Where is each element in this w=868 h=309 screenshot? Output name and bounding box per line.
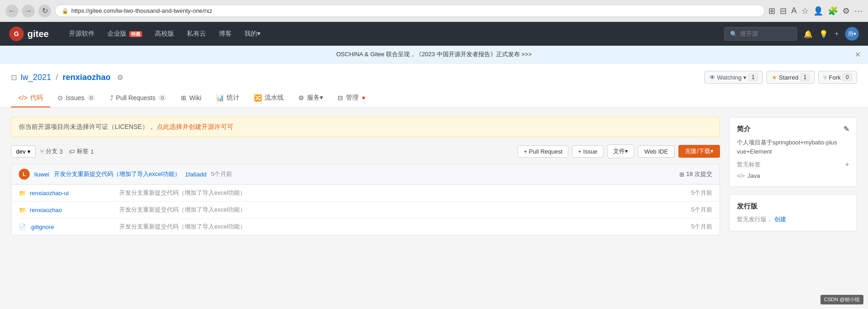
file-time-1: 5个月前 [676,206,712,214]
pull-request-button[interactable]: + Pull Request [518,145,568,158]
star-icon: ★ [772,74,777,81]
tab-icon[interactable]: ⊞ [768,6,775,16]
add-tag-button[interactable]: + [845,160,849,169]
tab-pipeline-label: 流水线 [265,94,284,102]
search-box[interactable]: 🔍 搜开源 [724,27,797,41]
profile-icon[interactable]: 👤 [813,6,823,16]
font-icon[interactable]: A [791,6,797,16]
commit-row: L liuwei 开发分支重新提交代码（增加了导入excel功能） 1fa6ad… [11,164,720,185]
tab-code[interactable]: </> 代码 [11,89,50,107]
intro-desc: 个人项目基于springboot+mybatis-plus vue+Elemen… [737,138,849,156]
forward-button[interactable]: → [22,5,35,17]
license-link[interactable]: 点此选择并创建开源许可可 [157,123,233,130]
tag-count-item: 🏷 标签 1 [69,147,94,155]
sidebar: 简介 ✎ 个人项目基于springboot+mybatis-plus vue+E… [729,117,857,239]
file-row: 📄 .gitignore 开发分支重新提交代码（增加了导入excel功能） 5个… [11,218,720,235]
tab-service[interactable]: ⚙ 服务▾ [291,89,330,107]
wiki-icon: ⊞ [181,94,186,101]
file-button[interactable]: 文件▾ [607,144,634,158]
clone-button[interactable]: 克隆/下载▾ [678,145,720,158]
tag-label: 标签 [77,147,89,155]
url-text: https://gitee.com/lw-two-thousand-and-tw… [71,7,212,14]
repo-settings-icon[interactable]: ⚙ [117,73,123,82]
release-title: 发行版 [737,202,849,211]
repo-header: ⊡ lw_2021 / renxiaozhao ⚙ 👁 Watching ▾ 1… [0,64,868,108]
folder-icon-0: 📁 [19,190,26,197]
branch-count-item: ⑂ 分支 3 [40,147,63,155]
nav-open-source[interactable]: 开源软件 [64,27,100,41]
bell-icon[interactable]: 🔔 [804,30,813,38]
file-name-2[interactable]: .gitignore [30,224,112,230]
settings-icon[interactable]: ⚙ [842,6,850,16]
repo-tabs: </> 代码 ⊙ Issues 0 ⤴ Pull Requests 0 ⊞ Wi… [11,89,857,107]
branch-num: 3 [59,148,63,155]
commit-count[interactable]: ⊞ 18 次提交 [679,170,712,178]
tab-wiki[interactable]: ⊞ Wiki [174,90,208,107]
watching-button[interactable]: 👁 Watching ▾ 1 [704,71,763,84]
repo-title: ⊡ lw_2021 / renxiaozhao ⚙ [11,73,123,82]
branch-select[interactable]: dev ▾ [11,145,36,158]
tab-manage[interactable]: ⊟ 管理 [330,89,372,107]
star-button[interactable]: ★ Starred 1 [767,71,815,84]
branch-dropdown-icon: ▾ [27,148,31,155]
no-tag-text: 暂无标签 [737,160,761,169]
star-icon[interactable]: ☆ [801,6,809,16]
commit-message: 开发分支重新提交代码（增加了导入excel功能） [54,170,180,178]
plus-icon[interactable]: + [835,30,839,38]
nav-links: 开源软件 企业版 特惠 高校版 私有云 博客 我的▾ [64,27,266,41]
file-name-1[interactable]: renxiaozhao [30,207,112,213]
top-nav: G gitee 开源软件 企业版 特惠 高校版 私有云 博客 我的▾ 🔍 搜开源… [0,22,868,46]
file-row: 📁 renxiaozhao 开发分支重新提交代码（增加了导入excel功能） 5… [11,202,720,218]
tab-pipeline[interactable]: 🔀 流水线 [247,89,291,107]
address-bar[interactable]: 🔒 https://gitee.com/lw-two-thousand-and-… [55,5,765,17]
back-button[interactable]: ← [5,5,18,17]
more-icon[interactable]: ⋯ [854,6,863,16]
browser-chrome: ← → ↻ 🔒 https://gitee.com/lw-two-thousan… [0,0,868,22]
enterprise-badge: 特惠 [129,31,142,37]
tab-prs-label: Pull Requests [116,94,155,101]
commit-hash[interactable]: 1fa6add [185,171,206,178]
tab-issues[interactable]: ⊙ Issues 0 [50,90,103,107]
nav-blog[interactable]: 博客 [213,27,237,41]
branch-icon: ⑂ [40,148,44,155]
web-ide-button[interactable]: Web IDE [638,145,675,158]
issue-button[interactable]: + Issue [572,145,603,158]
repo-owner[interactable]: lw_2021 [21,73,51,82]
service-icon: ⚙ [298,94,304,101]
edit-intro-button[interactable]: ✎ [843,125,849,133]
nav-right: 🔍 搜开源 🔔 💡 + 用▾ [724,27,859,41]
nav-enterprise[interactable]: 企业版 特惠 [102,27,148,41]
fork-icon: ⑂ [823,74,827,81]
create-release-link[interactable]: 创建 [774,216,786,223]
intro-section: 简介 ✎ 个人项目基于springboot+mybatis-plus vue+E… [729,117,857,187]
clone-label: 克隆/下载▾ [685,147,714,155]
commit-count-text: 18 次提交 [686,170,712,178]
commit-author[interactable]: liuwei [34,171,49,178]
repo-type-icon: ⊡ [11,73,17,82]
user-avatar[interactable]: 用▾ [845,27,859,41]
file-time-2: 5个月前 [676,223,712,231]
file-name-0[interactable]: renxiaozhao-ui [30,190,112,197]
repo-name[interactable]: renxiaozhao [63,73,111,82]
bulb-icon[interactable]: 💡 [819,30,828,38]
language-badge: </> Java [737,172,849,179]
tab-code-label: 代码 [30,94,43,102]
grid-icon[interactable]: ⊟ [780,6,787,16]
puzzle-icon[interactable]: 🧩 [828,6,838,16]
announce-bar: OSCHINA & Gitee 联合呈现，《2023 中国开源开发者报告》正式发… [0,46,868,64]
nav-private-cloud[interactable]: 私有云 [181,27,212,41]
commit-time: 5个月前 [211,170,232,178]
fork-button[interactable]: ⑂ Fork 0 [818,71,857,84]
browser-actions: ⊞ ⊟ A ☆ 👤 🧩 ⚙ ⋯ [768,6,863,16]
tab-wiki-label: Wiki [189,94,201,101]
announce-close[interactable]: ✕ [855,50,861,59]
nav-mine[interactable]: 我的▾ [239,27,266,41]
pr-icon: ⤴ [110,94,113,101]
issues-icon: ⊙ [58,94,63,101]
tab-stats[interactable]: 📊 统计 [209,89,247,107]
refresh-button[interactable]: ↻ [38,5,51,17]
file-commit-1: 开发分支重新提交代码（增加了导入excel功能） [112,206,676,214]
nav-campus[interactable]: 高校版 [149,27,180,41]
tab-prs[interactable]: ⤴ Pull Requests 0 [103,90,174,107]
tab-stats-label: 统计 [227,94,239,102]
